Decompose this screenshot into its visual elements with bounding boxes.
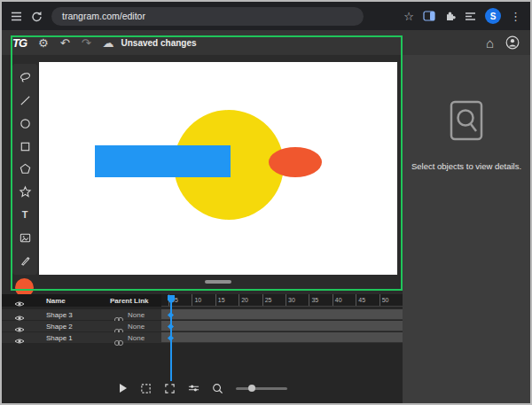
fullscreen-icon[interactable] [164,383,176,394]
reading-list-icon[interactable] [465,12,476,21]
image-tool[interactable] [18,230,32,245]
polygon-tool[interactable] [18,162,32,176]
trangram-logo[interactable]: TG [12,36,27,50]
account-icon[interactable] [505,35,520,50]
ruler-tick: 25 [262,294,286,306]
tool-strip: T [12,64,37,275]
canvas-scrollbar[interactable] [205,280,231,284]
zoom-slider-thumb[interactable] [248,385,255,392]
ruler-tick: 40 [332,294,356,306]
save-status-text: Unsaved changes [121,38,197,48]
fit-selection-icon[interactable] [140,383,152,394]
extensions-puzzle-icon[interactable] [444,11,456,22]
ruler-tick: 35 [309,294,332,306]
parent-link-value[interactable]: None [128,334,145,342]
home-icon[interactable]: ⌂ [486,36,494,50]
timeline-controls [2,378,403,399]
ellipse-tool[interactable] [18,116,32,130]
redo-icon[interactable]: ↷ [82,37,91,49]
document-search-icon [446,99,487,147]
kebab-menu-icon[interactable]: ⋮ [510,11,521,22]
details-panel: Select objects to view details. [403,55,530,403]
bookmark-star-icon[interactable]: ☆ [403,11,414,22]
profile-avatar[interactable]: S [485,8,501,24]
browser-toolbar: trangram.com/editor ☆ S ⋮ [2,2,530,30]
line-tool[interactable] [18,94,32,108]
browser-menu-icon[interactable] [11,12,22,21]
ruler-tick: 15 [215,294,239,306]
pen-tool[interactable] [18,253,32,268]
reload-icon[interactable] [31,11,43,22]
timeline-ruler[interactable]: 05 10 15 20 25 30 35 40 45 50 [161,294,403,307]
ruler-tick: 10 [192,294,215,306]
settings-gear-icon[interactable]: ⚙ [38,37,49,49]
timeline-row[interactable]: Shape 3 None [2,309,403,320]
star-tool[interactable] [18,185,32,199]
timeline-row[interactable]: Shape 2 None [2,321,403,331]
ruler-tick: 45 [356,294,379,306]
cloud-sync-icon: ☁ [103,37,114,49]
canvas[interactable] [39,62,397,275]
canvas-shape-ellipse[interactable] [269,147,322,177]
sliders-icon[interactable] [188,383,200,393]
browser-window: trangram.com/editor ☆ S ⋮ TG ⚙ ↶ ↷ ☁ Uns… [0,0,532,405]
parent-link-value[interactable]: None [128,323,145,331]
timeline-row[interactable]: Shape 1 None [2,332,403,343]
playhead-line[interactable] [170,296,172,381]
ruler-tick: 50 [379,294,403,306]
visibility-eye-icon[interactable] [14,333,25,349]
timeline-header: Name Parent Link 05 10 15 20 25 30 35 40… [2,294,403,307]
layer-name[interactable]: Shape 3 [46,311,73,319]
layer-name[interactable]: Shape 1 [46,334,73,342]
lasso-tool[interactable] [18,71,32,85]
parent-link-value[interactable]: None [128,311,145,319]
side-panel-icon[interactable] [423,11,435,21]
details-empty-message: Select objects to view details. [411,161,521,171]
parent-link-column-header: Parent Link [110,297,149,305]
timeline-zoom-slider[interactable] [236,387,287,390]
name-column-header: Name [46,297,66,305]
editor-body: T Name Parent Link [2,55,403,403]
zoom-icon[interactable] [212,383,223,394]
address-bar[interactable]: trangram.com/editor [51,7,364,26]
url-text: trangram.com/editor [62,11,145,21]
parent-link-icon[interactable] [113,334,124,350]
undo-icon[interactable]: ↶ [60,37,70,49]
ruler-tick: 30 [286,294,309,306]
timeline-track[interactable] [161,332,403,343]
editor-toolbar: TG ⚙ ↶ ↷ ☁ Unsaved changes ⌂ [2,30,530,55]
rectangle-tool[interactable] [18,139,32,153]
canvas-shape-rectangle[interactable] [95,145,231,177]
timeline-track[interactable] [161,321,403,331]
timeline-track[interactable] [161,309,403,320]
ruler-tick: 20 [239,294,262,306]
play-icon[interactable] [118,383,128,393]
timeline-panel: Name Parent Link 05 10 15 20 25 30 35 40… [2,294,403,403]
text-tool[interactable]: T [18,207,32,222]
layer-name[interactable]: Shape 2 [46,323,73,331]
